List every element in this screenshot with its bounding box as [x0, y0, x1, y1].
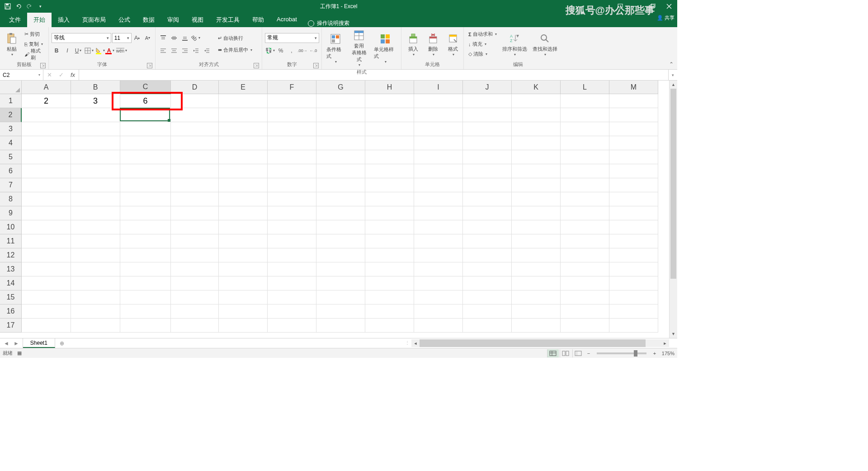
cell[interactable] [316, 136, 365, 150]
cell[interactable] [463, 319, 512, 333]
cell[interactable] [561, 290, 609, 304]
cell[interactable] [463, 136, 512, 150]
cell[interactable] [71, 304, 120, 319]
cell[interactable] [512, 178, 561, 192]
cell[interactable] [316, 178, 365, 192]
collapse-ribbon-button[interactable]: ⌃ [669, 61, 674, 67]
cell[interactable] [561, 262, 609, 276]
align-center-button[interactable] [169, 46, 179, 56]
cell[interactable] [171, 220, 219, 234]
cell[interactable] [71, 122, 120, 136]
increase-font-button[interactable]: A▴ [132, 33, 142, 43]
select-all-corner[interactable] [0, 81, 22, 94]
ribbon-options-button[interactable] [612, 0, 628, 13]
cell[interactable] [414, 206, 463, 220]
fill-button[interactable]: ↓填充▾ [467, 40, 499, 49]
cell[interactable] [171, 248, 219, 262]
row-header[interactable]: 7 [0, 178, 22, 192]
column-header[interactable]: F [268, 81, 316, 94]
vscroll-thumb[interactable] [670, 89, 676, 279]
cell[interactable] [463, 220, 512, 234]
cell[interactable] [120, 276, 171, 290]
cell[interactable] [414, 220, 463, 234]
cell[interactable] [71, 319, 120, 333]
cell[interactable] [512, 122, 561, 136]
cell[interactable] [316, 94, 365, 108]
cell[interactable] [268, 319, 316, 333]
align-left-button[interactable] [158, 46, 168, 56]
format-cells-button[interactable]: 格式▾ [444, 28, 462, 60]
row-header[interactable]: 15 [0, 290, 22, 304]
cell[interactable] [463, 234, 512, 248]
cell[interactable] [414, 262, 463, 276]
cell[interactable] [219, 164, 268, 178]
cell[interactable] [609, 304, 658, 319]
cell[interactable] [316, 122, 365, 136]
cell[interactable] [268, 136, 316, 150]
cell[interactable] [219, 94, 268, 108]
cancel-formula-button[interactable]: ✕ [43, 71, 55, 78]
increase-decimal-button[interactable]: .00→ [297, 46, 307, 56]
cell[interactable] [268, 276, 316, 290]
cell[interactable] [71, 220, 120, 234]
cell[interactable] [463, 108, 512, 122]
cell[interactable] [120, 108, 171, 122]
cell[interactable] [219, 122, 268, 136]
cell[interactable] [512, 164, 561, 178]
cell[interactable] [268, 108, 316, 122]
cell[interactable] [609, 206, 658, 220]
font-launcher[interactable]: ⇲ [147, 63, 152, 68]
cell[interactable] [219, 319, 268, 333]
row-header[interactable]: 10 [0, 220, 22, 234]
cell[interactable] [71, 234, 120, 248]
row-header[interactable]: 6 [0, 164, 22, 178]
qat-customize[interactable]: ▾ [35, 1, 45, 11]
cell[interactable] [512, 319, 561, 333]
ribbon-tab[interactable]: 帮助 [246, 13, 270, 27]
ribbon-tab[interactable]: 开始 [27, 13, 52, 27]
cell[interactable] [120, 290, 171, 304]
cell[interactable] [414, 192, 463, 206]
cell[interactable] [414, 290, 463, 304]
row-header[interactable]: 3 [0, 122, 22, 136]
cell[interactable] [463, 304, 512, 319]
cell[interactable] [120, 136, 171, 150]
cell[interactable] [171, 304, 219, 319]
share-button[interactable]: 👤 共享 [657, 14, 675, 21]
cell[interactable] [316, 248, 365, 262]
cell[interactable] [171, 108, 219, 122]
cell[interactable] [219, 178, 268, 192]
ribbon-tab[interactable]: 开发工具 [210, 13, 246, 27]
cell[interactable] [561, 108, 609, 122]
cell[interactable] [365, 290, 414, 304]
cell[interactable] [512, 108, 561, 122]
sort-filter-button[interactable]: AZ排序和筛选▾ [500, 28, 529, 60]
cell[interactable] [561, 304, 609, 319]
cell[interactable] [71, 136, 120, 150]
cell[interactable] [609, 94, 658, 108]
cell[interactable] [120, 150, 171, 164]
cell[interactable] [414, 164, 463, 178]
cell[interactable] [609, 150, 658, 164]
cell[interactable] [463, 262, 512, 276]
decrease-font-button[interactable]: A▾ [143, 33, 152, 43]
ribbon-tab[interactable]: 页面布局 [76, 13, 112, 27]
cell[interactable] [219, 290, 268, 304]
cell[interactable] [120, 248, 171, 262]
cell[interactable] [609, 220, 658, 234]
cell[interactable] [512, 234, 561, 248]
decrease-indent-button[interactable] [191, 46, 201, 56]
cell[interactable] [268, 234, 316, 248]
cell[interactable] [316, 304, 365, 319]
align-top-button[interactable] [158, 33, 168, 43]
cell[interactable] [463, 122, 512, 136]
cell[interactable] [22, 276, 71, 290]
cell[interactable] [71, 178, 120, 192]
cell[interactable] [219, 206, 268, 220]
cell[interactable] [22, 122, 71, 136]
wrap-text-button[interactable]: ↵自动换行 [216, 34, 254, 43]
cell[interactable] [120, 304, 171, 319]
vertical-scrollbar[interactable]: ▲ ▼ [669, 81, 677, 338]
cell[interactable] [120, 319, 171, 333]
cell[interactable] [316, 319, 365, 333]
